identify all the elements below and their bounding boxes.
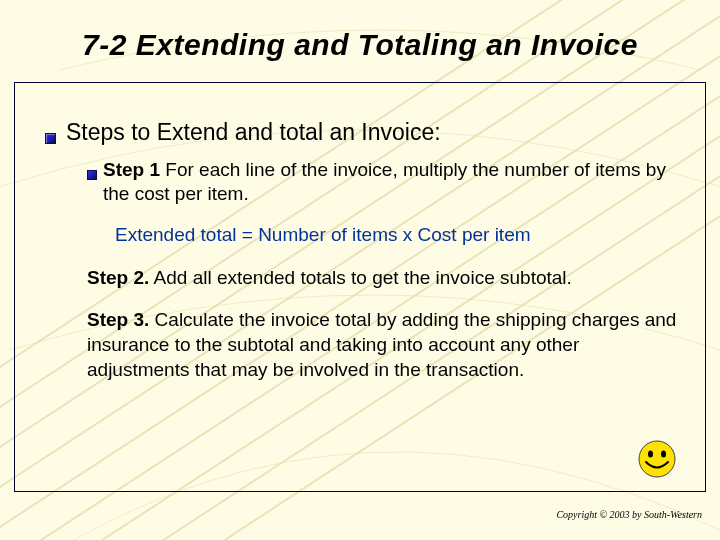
step3-label: Step 3. — [87, 309, 149, 330]
formula-text: Extended total = Number of items x Cost … — [115, 224, 685, 246]
step2-text: Step 2. Add all extended totals to get t… — [87, 266, 685, 291]
step1-label: Step 1 — [103, 159, 160, 180]
step3-text: Step 3. Calculate the invoice total by a… — [87, 308, 685, 382]
svg-point-0 — [639, 441, 675, 477]
step1-body: For each line of the invoice, multiply t… — [103, 159, 666, 204]
step2-label: Step 2. — [87, 267, 149, 288]
step1-text: Step 1 For each line of the invoice, mul… — [103, 158, 685, 206]
svg-point-2 — [661, 451, 666, 458]
svg-point-1 — [648, 451, 653, 458]
slide-title: 7-2 Extending and Totaling an Invoice — [0, 28, 720, 62]
step2-body: Add all extended totals to get the invoi… — [149, 267, 572, 288]
copyright-footer: Copyright © 2003 by South-Western — [556, 509, 702, 520]
step3-body: Calculate the invoice total by adding th… — [87, 309, 676, 379]
smiley-icon — [637, 439, 677, 479]
bullet-icon — [45, 133, 56, 144]
heading-text: Steps to Extend and total an Invoice: — [66, 119, 441, 146]
heading-row: Steps to Extend and total an Invoice: — [45, 119, 685, 146]
step1-block: Step 1 For each line of the invoice, mul… — [87, 158, 685, 206]
content-panel: Steps to Extend and total an Invoice: St… — [14, 82, 706, 492]
bullet-icon — [87, 170, 97, 180]
